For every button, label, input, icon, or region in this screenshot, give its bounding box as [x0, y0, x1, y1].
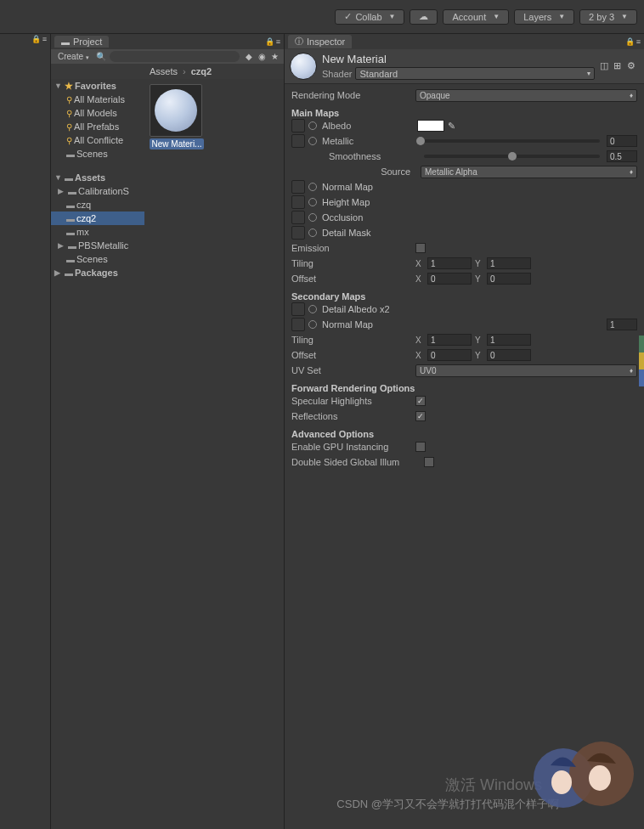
- layout-dropdown[interactable]: 2 by 3▼: [579, 9, 637, 25]
- picker-icon[interactable]: [308, 137, 317, 145]
- gear-icon[interactable]: ⚙: [627, 60, 639, 72]
- chevron-down-icon: ▼: [493, 13, 500, 20]
- picker-icon[interactable]: [308, 305, 317, 313]
- collab-button[interactable]: ✓Collab▼: [335, 9, 404, 25]
- reflections-checkbox[interactable]: ✓: [415, 411, 426, 421]
- rendering-mode-label: Rendering Mode: [291, 90, 412, 100]
- chevron-down-icon: ▼: [389, 13, 396, 20]
- breadcrumb-current[interactable]: czq2: [191, 66, 212, 76]
- eyedropper-icon[interactable]: ✎: [448, 121, 455, 132]
- tiling2-x[interactable]: [427, 334, 472, 346]
- tiling-y[interactable]: [487, 257, 531, 269]
- rendering-mode-dropdown[interactable]: Opaque♦: [415, 89, 637, 102]
- lock-icon[interactable]: 🔒: [31, 35, 41, 45]
- specular-checkbox[interactable]: ✓: [415, 396, 426, 406]
- breadcrumb-root[interactable]: Assets: [150, 66, 178, 76]
- assets-header[interactable]: ▼▬Assets: [51, 171, 144, 184]
- folder-icon: ▬: [66, 255, 75, 264]
- smoothness-value[interactable]: [607, 150, 637, 162]
- folder-item[interactable]: ▶▬CalibrationS: [51, 184, 144, 198]
- detail-albedo-slot[interactable]: [291, 302, 305, 316]
- shader-dropdown[interactable]: Standard▾: [355, 67, 595, 80]
- project-toolbar: Create ▾ 🔍 ◆ ◉ ★: [51, 49, 284, 64]
- detail-mask-slot[interactable]: [291, 226, 305, 240]
- offset-y[interactable]: [487, 273, 531, 285]
- y-label: Y: [475, 259, 483, 268]
- folder-item-selected[interactable]: ▬czq2: [51, 211, 144, 225]
- favorites-item[interactable]: ⚲All Models: [51, 106, 144, 120]
- menu-icon[interactable]: ≡: [42, 35, 47, 45]
- menu-icon[interactable]: ≡: [276, 37, 280, 46]
- account-dropdown[interactable]: Account▼: [443, 9, 509, 25]
- search-icon: ⚲: [66, 136, 72, 145]
- metallic-label: Metallic: [322, 136, 414, 146]
- tiling-x[interactable]: [427, 257, 472, 269]
- height-map-slot[interactable]: [291, 195, 305, 209]
- lock-icon[interactable]: 🔒: [265, 37, 274, 46]
- gpu-instancing-checkbox[interactable]: [415, 442, 426, 452]
- packages-header[interactable]: ▶▬Packages: [51, 266, 144, 279]
- favorites-item[interactable]: ⚲All Prefabs: [51, 120, 144, 133]
- metallic-slider[interactable]: [421, 139, 600, 143]
- favorites-header[interactable]: ▼★Favorites: [51, 79, 144, 93]
- source-dropdown[interactable]: Metallic Alpha♦: [421, 166, 637, 178]
- detail-albedo-label: Detail Albedo x2: [322, 304, 390, 314]
- metallic-value[interactable]: [607, 135, 637, 147]
- material-preview-icon: [290, 53, 317, 80]
- search-input[interactable]: [110, 51, 240, 62]
- emission-checkbox[interactable]: [415, 243, 426, 253]
- project-tab[interactable]: ▬Project: [54, 36, 109, 48]
- picker-icon[interactable]: [308, 198, 317, 206]
- uv-set-dropdown[interactable]: UV0♦: [415, 364, 637, 377]
- albedo-texture-slot[interactable]: [291, 119, 305, 133]
- folder-icon: ▬: [68, 187, 76, 196]
- info-icon: ⓘ: [295, 36, 303, 48]
- lock-icon[interactable]: 🔒: [625, 37, 635, 46]
- albedo-color[interactable]: [417, 120, 444, 132]
- offset2-y[interactable]: [487, 349, 531, 361]
- tiling2-y[interactable]: [487, 334, 531, 346]
- occlusion-label: Occlusion: [322, 212, 363, 223]
- create-button[interactable]: Create ▾: [54, 52, 93, 61]
- normal-map2-slot[interactable]: [291, 318, 305, 331]
- shader-label: Shader: [322, 69, 352, 79]
- picker-icon[interactable]: [308, 213, 317, 222]
- cloud-button[interactable]: ☁: [410, 9, 438, 25]
- layers-dropdown[interactable]: Layers▼: [514, 9, 574, 25]
- metallic-texture-slot[interactable]: [291, 134, 305, 148]
- folder-item[interactable]: ▬czq: [51, 198, 144, 211]
- picker-icon[interactable]: [308, 121, 317, 130]
- star-icon[interactable]: ★: [268, 51, 280, 63]
- offset2-x[interactable]: [427, 349, 472, 361]
- picker-icon[interactable]: [308, 228, 317, 237]
- favorites-item[interactable]: ⚲All Conflicte: [51, 133, 144, 147]
- project-panel: ▬Project 🔒≡ Create ▾ 🔍 ◆ ◉ ★ Assets › cz…: [51, 34, 285, 829]
- double-sided-checkbox[interactable]: [424, 457, 434, 467]
- folder-icon: ▬: [61, 37, 70, 47]
- menu-icon[interactable]: ≡: [636, 37, 641, 46]
- folder-icon: ▬: [66, 214, 75, 223]
- normal-map2-label: Normal Map: [322, 319, 373, 330]
- y-label: Y: [475, 336, 483, 345]
- occlusion-slot[interactable]: [291, 211, 305, 224]
- folder-item[interactable]: ▬mx: [51, 225, 144, 239]
- scenes-folder[interactable]: ▬Scenes: [51, 147, 144, 161]
- asset-item[interactable]: New Materi...: [150, 84, 204, 149]
- normal-map2-value[interactable]: [607, 319, 637, 330]
- preset-icon[interactable]: ◫: [600, 60, 612, 72]
- normal-map-slot[interactable]: [291, 180, 305, 194]
- favorites-item[interactable]: ⚲All Materials: [51, 93, 144, 106]
- height-map-label: Height Map: [322, 197, 370, 207]
- color-strip: [639, 336, 644, 386]
- picker-icon[interactable]: [308, 183, 317, 191]
- folder-item[interactable]: ▶▬PBSMetallic: [51, 239, 144, 252]
- picker-icon[interactable]: [308, 320, 317, 329]
- x-label: X: [415, 274, 424, 284]
- inspector-tab[interactable]: ⓘInspector: [288, 35, 352, 48]
- label-icon[interactable]: ◉: [256, 51, 268, 63]
- folder-item[interactable]: ▬Scenes: [51, 252, 144, 266]
- smoothness-slider[interactable]: [424, 155, 600, 158]
- filter-icon[interactable]: ◆: [243, 51, 255, 63]
- offset-x[interactable]: [427, 273, 472, 285]
- help-icon[interactable]: ⊞: [613, 60, 625, 72]
